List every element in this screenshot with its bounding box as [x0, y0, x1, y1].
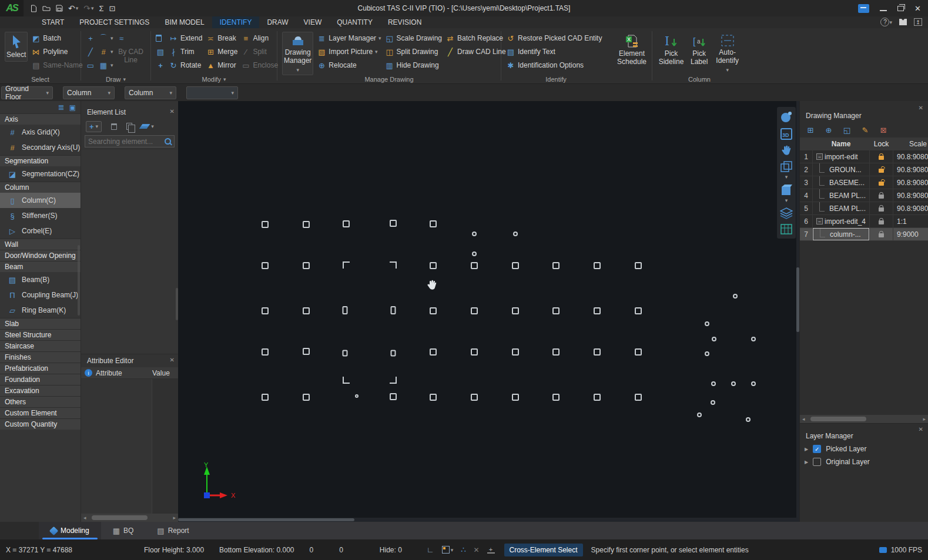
pan-tool-icon[interactable]	[780, 145, 793, 156]
canvas-marker-sq[interactable]	[262, 394, 269, 401]
shaded-caret-icon[interactable]	[785, 197, 788, 203]
canvas-marker-sq[interactable]	[430, 307, 437, 314]
canvas-marker-ci[interactable]	[746, 417, 751, 422]
layer-item-picked[interactable]: Picked Layer	[800, 442, 928, 455]
layer-manager-button[interactable]: Layer Manager	[317, 32, 381, 45]
canvas-marker-ci[interactable]	[733, 294, 738, 299]
relocate-button[interactable]: Relocate	[317, 59, 381, 72]
sidebar-item-beam[interactable]: Beam(B)	[0, 272, 81, 287]
drawing-row-4[interactable]: 4 BEAM PL... 90.8:9080	[800, 189, 928, 202]
tab-start[interactable]: START	[34, 16, 72, 28]
rotate-button[interactable]: Rotate	[169, 59, 202, 72]
split-drawing-button[interactable]: Split Drawing	[385, 45, 442, 58]
expand-arrow-icon[interactable]	[805, 460, 808, 465]
layer-item-original[interactable]: Original Layer	[800, 455, 928, 468]
layers-view-icon[interactable]	[780, 207, 793, 219]
canvas-hscrollbar[interactable]	[178, 518, 796, 522]
canvas-marker-sq[interactable]	[303, 262, 310, 269]
wireframe-view-icon[interactable]	[780, 160, 793, 173]
canvas-marker-sq[interactable]	[303, 221, 310, 228]
drawing-row-7-selected[interactable]: 7 column-... 9:9000	[800, 228, 928, 241]
add-drawing-icon[interactable]	[806, 125, 815, 135]
import-picture-button[interactable]: Import Picture	[317, 45, 381, 58]
lock-column-header[interactable]: Lock	[869, 138, 893, 150]
sidebar-section-beam[interactable]: Beam	[0, 261, 81, 272]
canvas-marker-sq[interactable]	[552, 262, 560, 269]
name-column-header[interactable]: Name	[813, 138, 869, 150]
identify-text-button[interactable]: Identify Text	[506, 45, 602, 58]
list-view-icon[interactable]	[58, 103, 65, 112]
minimize-button[interactable]	[880, 10, 887, 11]
scroll-left-icon[interactable]	[83, 515, 86, 521]
canvas-marker-tr[interactable]	[390, 261, 397, 269]
canvas-marker-ci[interactable]	[472, 232, 477, 236]
scale-column-header[interactable]: Scale	[893, 138, 928, 150]
lock-icon-unlocked-orange[interactable]	[879, 182, 884, 186]
drawing-manager-button[interactable]: Drawing Manager	[282, 32, 313, 75]
draw-spline-button[interactable]	[117, 32, 145, 45]
canvas-marker-sq[interactable]	[512, 307, 519, 314]
drawing-row-6[interactable]: 6 import-edit_4 1:1	[800, 215, 928, 228]
scroll-left-icon[interactable]	[802, 416, 805, 422]
canvas-marker-nr[interactable]	[391, 306, 396, 314]
sidebar-item-column[interactable]: Column(C)	[0, 193, 81, 208]
layer-filter-button[interactable]	[142, 123, 154, 129]
draw-hatch-button[interactable]	[99, 59, 113, 72]
sidebar-item-axis-grid[interactable]: Axis Grid(X)	[0, 125, 81, 140]
snap-toggle-icon[interactable]	[461, 545, 465, 554]
canvas-marker-sq[interactable]	[343, 220, 350, 227]
selection-mode-badge[interactable]: Cross-Element Select	[504, 544, 583, 556]
lock-icon-locked-gray[interactable]	[879, 220, 884, 224]
canvas-marker-sq[interactable]	[552, 348, 560, 356]
sidebar-item-stiffener[interactable]: Stiffener(S)	[0, 208, 81, 223]
cross-toggle-icon[interactable]	[473, 546, 479, 554]
delete-drawing-icon[interactable]	[879, 125, 888, 135]
panel-toggle-icon[interactable]	[69, 103, 76, 112]
canvas-marker-sq[interactable]	[390, 393, 397, 400]
scroll-right-icon[interactable]	[923, 416, 926, 422]
lock-icon-locked-gray[interactable]	[879, 195, 884, 199]
ortho-toggle-icon[interactable]	[427, 545, 434, 554]
summary-button[interactable]	[99, 4, 104, 13]
redo-button[interactable]	[83, 4, 93, 13]
sidebar-section-segmentation[interactable]: Segmentation	[0, 155, 81, 166]
collapse-ribbon-button[interactable]	[914, 18, 922, 26]
draw-arc-button[interactable]	[99, 32, 113, 45]
tab-report[interactable]: Report	[145, 522, 200, 539]
element-schedule-button[interactable]: X Element Schedule	[615, 32, 648, 69]
canvas-marker-sq[interactable]	[262, 307, 269, 314]
sidebar-section-wall[interactable]: Wall	[0, 239, 81, 250]
sidebar-item-secondary-axis[interactable]: Secondary Axis(U)	[0, 140, 81, 155]
tab-quantity[interactable]: QUANTITY	[329, 16, 380, 28]
collapse-icon[interactable]	[816, 218, 823, 224]
canvas-marker-ci[interactable]	[705, 321, 709, 326]
sidebar-section-excavation[interactable]: Excavation	[0, 385, 81, 396]
canvas-marker-tl[interactable]	[343, 261, 350, 269]
canvas-marker-tc[interactable]	[355, 394, 359, 398]
element-search-input[interactable]	[88, 138, 162, 146]
close-button[interactable]	[914, 4, 921, 13]
drawing-row-2[interactable]: 2 GROUN... 90.8:9080	[800, 163, 928, 176]
copy-element-icon[interactable]	[126, 123, 132, 130]
merge-button[interactable]: Merge	[206, 45, 237, 58]
canvas-marker-nr[interactable]	[343, 306, 348, 314]
element-name-select[interactable]	[186, 86, 238, 99]
tab-revision[interactable]: REVISION	[380, 16, 429, 28]
canvas-marker-sq[interactable]	[552, 394, 560, 401]
canvas-marker-ci[interactable]	[751, 381, 756, 386]
canvas-marker-ci[interactable]	[513, 232, 518, 236]
copy-entity-button[interactable]	[156, 45, 165, 58]
region-select-toggle[interactable]	[442, 546, 454, 554]
canvas-marker-sq[interactable]	[430, 348, 437, 356]
category-select[interactable]: Column	[63, 86, 115, 99]
select-button[interactable]: Select	[5, 32, 28, 62]
relocate-drawing-icon[interactable]	[824, 125, 833, 135]
pick-label-button[interactable]: [a Pick Label	[689, 32, 709, 69]
attribute-editor-hscrollbar[interactable]	[81, 514, 178, 522]
sidebar-item-ring-beam[interactable]: Ring Beam(K)	[0, 303, 81, 318]
lock-icon-locked-gray[interactable]	[879, 207, 884, 212]
sidebar-item-segmentation[interactable]: Segmentation(CZ)	[0, 166, 81, 182]
theme-button[interactable]	[899, 19, 907, 25]
canvas-marker-ci[interactable]	[711, 381, 716, 386]
extend-button[interactable]: Extend	[169, 32, 202, 45]
